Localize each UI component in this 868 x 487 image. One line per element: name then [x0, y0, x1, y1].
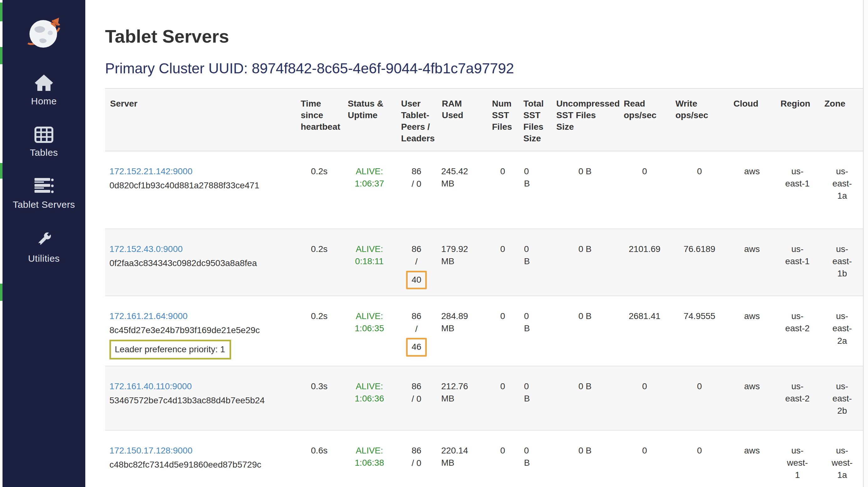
server-uuid: 53467572be7c4d13b3ac88d4b7ee5b24	[110, 394, 291, 407]
num-sst-cell: 0	[487, 366, 518, 430]
sidebar-item-label: Utilities	[28, 253, 60, 264]
status-uptime: 1:06:37	[347, 177, 392, 190]
peers-count: 86	[400, 444, 432, 457]
status-alive: ALIVE:	[347, 243, 392, 255]
cloud-cell: aws	[728, 296, 775, 366]
leader-preference-badge: Leader preference priority: 1	[110, 340, 231, 359]
read-ops-cell: 2101.69	[619, 229, 671, 296]
ram-cell: 212.76 MB	[437, 366, 487, 430]
uncompressed-sst-cell: 0 B	[551, 366, 619, 430]
desktop-edge-strip	[0, 0, 2, 487]
col-ram: RAM Used	[437, 88, 487, 151]
sidebar-nav: Home Tables	[6, 74, 82, 264]
main-content: Tablet Servers Primary Cluster UUID: 897…	[85, 0, 868, 487]
tables-icon	[34, 127, 53, 143]
col-zone: Zone	[819, 88, 865, 151]
peers-slash: /	[400, 255, 432, 268]
status-uptime: 0:18:11	[347, 255, 392, 267]
server-uuid: 0d820cf1b93c40d881a27888f33ce471	[110, 179, 291, 192]
write-ops-cell: 0	[671, 430, 728, 487]
peers-count: 86	[400, 310, 432, 323]
col-read-ops: Read ops/sec	[619, 88, 671, 151]
table-row: 172.161.21.64:9000 8c45fd27e3e24b7b93f16…	[105, 296, 865, 366]
peers-count: 86	[400, 243, 432, 256]
heartbeat-cell: 0.2s	[296, 296, 343, 366]
col-write-ops: Write ops/sec	[671, 88, 728, 151]
leaders-count: / 0	[400, 393, 432, 405]
table-row: 172.152.21.142:9000 0d820cf1b93c40d881a2…	[105, 151, 865, 229]
zone-cell: us-east-1a	[819, 151, 865, 229]
write-ops-cell: 0	[671, 151, 728, 229]
cluster-uuid-heading: Primary Cluster UUID: 8974f842-8c65-4e6f…	[105, 60, 868, 77]
cloud-cell: aws	[728, 366, 775, 430]
zone-cell: us-east-1b	[819, 229, 865, 296]
region-cell: us-east-1	[775, 151, 819, 229]
peers-slash: /	[400, 323, 432, 336]
total-sst-cell: 0 B	[518, 366, 551, 430]
leaders-count-highlighted: 46	[406, 338, 427, 356]
zone-cell: us-east-2b	[819, 366, 865, 430]
num-sst-cell: 0	[487, 229, 518, 296]
sidebar: Home Tables	[2, 0, 85, 487]
num-sst-cell: 0	[487, 430, 518, 487]
region-cell: us-east-2	[775, 366, 819, 430]
status-alive: ALIVE:	[347, 165, 392, 177]
uncompressed-sst-cell: 0 B	[551, 430, 619, 487]
col-cloud: Cloud	[728, 88, 775, 151]
peers-cell: 86 / 40	[396, 229, 437, 296]
ram-cell: 179.92 MB	[437, 229, 487, 296]
sidebar-item-label: Tablet Servers	[13, 199, 75, 210]
ram-cell: 284.89 MB	[437, 296, 487, 366]
yugabyte-logo-icon[interactable]	[19, 14, 69, 52]
num-sst-cell: 0	[487, 151, 518, 229]
status-uptime: 1:06:35	[347, 322, 392, 334]
cloud-cell: aws	[728, 151, 775, 229]
col-region: Region	[775, 88, 819, 151]
heartbeat-cell: 0.2s	[296, 151, 343, 229]
sidebar-item-home[interactable]: Home	[6, 74, 82, 106]
server-link[interactable]: 172.152.21.142:9000	[110, 166, 192, 176]
num-sst-cell: 0	[487, 296, 518, 366]
cloud-cell: aws	[728, 430, 775, 487]
server-link[interactable]: 172.161.21.64:9000	[110, 311, 188, 321]
sidebar-item-label: Tables	[30, 147, 58, 158]
home-icon	[34, 74, 54, 92]
server-link[interactable]: 172.161.40.110:9000	[110, 381, 192, 391]
server-uuid: 8c45fd27e3e24b7b93f169de21e5e29c	[110, 324, 291, 336]
leaders-count-highlighted: 40	[406, 271, 427, 289]
ram-cell: 245.42 MB	[437, 151, 487, 229]
table-row: 172.152.43.0:9000 0f2faa3c834343c0982dc9…	[105, 229, 865, 296]
status-cell: ALIVE: 1:06:36	[343, 366, 396, 430]
heartbeat-cell: 0.6s	[296, 430, 343, 487]
col-heartbeat: Time since heartbeat	[296, 88, 343, 151]
sidebar-item-tablet-servers[interactable]: Tablet Servers	[6, 178, 82, 210]
status-alive: ALIVE:	[347, 444, 392, 457]
status-cell: ALIVE: 1:06:35	[343, 296, 396, 366]
uncompressed-sst-cell: 0 B	[551, 229, 619, 296]
peers-cell: 86 / 0	[396, 430, 437, 487]
leaders-count: / 0	[400, 178, 432, 191]
status-uptime: 1:06:36	[347, 392, 392, 404]
col-peers: User Tablet-Peers / Leaders	[396, 88, 437, 151]
sidebar-item-utilities[interactable]: Utilities	[6, 230, 82, 264]
status-alive: ALIVE:	[347, 380, 392, 392]
heartbeat-cell: 0.2s	[296, 229, 343, 296]
sidebar-item-tables[interactable]: Tables	[6, 127, 82, 158]
scrollbar[interactable]	[863, 0, 868, 487]
server-link[interactable]: 172.150.17.128:9000	[110, 446, 192, 455]
tablet-servers-table: Server Time since heartbeat Status & Upt…	[105, 88, 865, 487]
col-status: Status & Uptime	[343, 88, 396, 151]
zone-cell: us-west-1a	[819, 430, 865, 487]
col-server: Server	[105, 88, 296, 151]
sidebar-item-label: Home	[31, 96, 57, 106]
peers-cell: 86 / 46	[396, 296, 437, 366]
peers-cell: 86 / 0	[396, 366, 437, 430]
uncompressed-sst-cell: 0 B	[551, 151, 619, 229]
region-cell: us-west-1	[775, 430, 819, 487]
col-uncompressed-sst: Uncompressed SST Files Size	[551, 88, 619, 151]
col-num-sst: Num SST Files	[487, 88, 518, 151]
server-link[interactable]: 172.152.43.0:9000	[110, 244, 183, 254]
total-sst-cell: 0 B	[518, 430, 551, 487]
total-sst-cell: 0 B	[518, 151, 551, 229]
table-header-row: Server Time since heartbeat Status & Upt…	[105, 88, 865, 151]
